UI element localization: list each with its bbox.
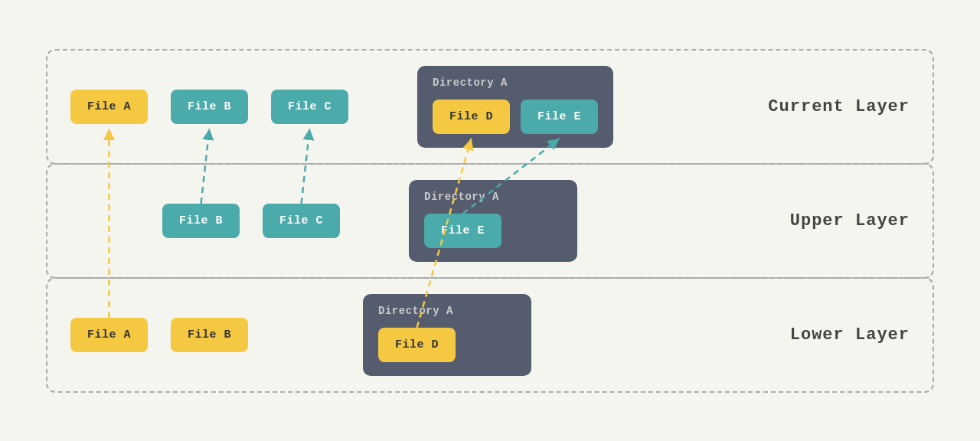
lower-file-a: File A [70, 318, 148, 352]
lower-file-d: File D [378, 328, 456, 362]
current-dir-label: Directory A [433, 77, 508, 89]
current-dir-files: File D File E [433, 100, 598, 134]
diagram-wrapper: File A File B File C Directory A File D … [46, 49, 934, 393]
upper-layer-label: Upper Layer [790, 211, 910, 230]
upper-layer: File A File B File C Directory A File E … [46, 163, 934, 279]
lower-directory-a: Directory A File D [363, 294, 531, 376]
current-layer: File A File B File C Directory A File D … [46, 49, 934, 165]
current-file-a: File A [70, 90, 148, 124]
current-file-c: File C [271, 90, 348, 124]
upper-dir-files: File E [424, 214, 501, 248]
upper-directory-a: Directory A File E [409, 180, 577, 262]
lower-dir-label: Directory A [378, 305, 453, 317]
lower-file-b: File B [171, 318, 248, 352]
lower-layer-label: Lower Layer [790, 325, 910, 345]
layers-stack: File A File B File C Directory A File D … [46, 49, 934, 393]
lower-layer: File A File B Directory A File D Lower L… [46, 277, 934, 393]
current-file-e: File E [521, 100, 598, 134]
upper-layer-content: File A File B File C Directory A File E [70, 180, 910, 262]
upper-file-c: File C [263, 204, 340, 238]
current-directory-a: Directory A File D File E [417, 66, 613, 148]
upper-file-b: File B [162, 204, 240, 238]
upper-file-e: File E [424, 214, 501, 248]
lower-dir-files: File D [378, 328, 456, 362]
current-file-b: File B [171, 90, 248, 124]
upper-dir-label: Directory A [424, 191, 499, 203]
current-file-d: File D [433, 100, 510, 134]
current-layer-label: Current Layer [768, 97, 910, 116]
lower-layer-content: File A File B Directory A File D [70, 294, 910, 376]
